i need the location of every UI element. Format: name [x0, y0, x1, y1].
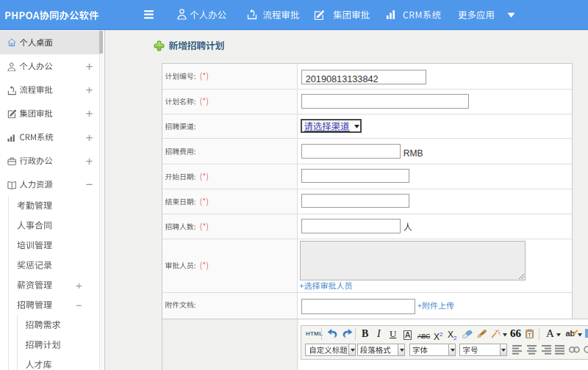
svg-text:T: T	[528, 333, 531, 338]
